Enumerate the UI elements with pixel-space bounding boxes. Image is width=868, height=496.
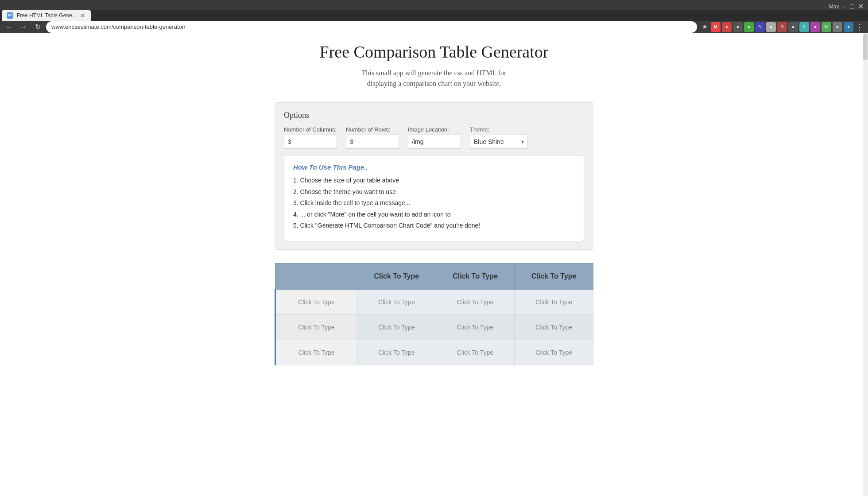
row-2-col-3[interactable]: Click To Type bbox=[515, 314, 593, 340]
row-1-col-1[interactable]: Click To Type bbox=[357, 289, 436, 314]
tab-favicon: EE bbox=[7, 12, 13, 19]
theme-field-group: Theme: Blue Shine Red Green Gray Dark bbox=[470, 126, 527, 149]
instructions-list: 1. Choose the size of your table above 2… bbox=[293, 176, 575, 230]
table-row: Click To Type Click To Type Click To Typ… bbox=[275, 340, 593, 365]
theme-label: Theme: bbox=[470, 126, 527, 133]
header-empty bbox=[275, 263, 357, 289]
forward-button[interactable]: → bbox=[18, 21, 29, 33]
ext-icon-7[interactable]: N bbox=[777, 22, 787, 32]
columns-field-group: Number of Columns: bbox=[284, 126, 337, 149]
reload-button[interactable]: ↻ bbox=[32, 21, 43, 33]
image-location-input[interactable] bbox=[408, 135, 461, 149]
ext-icon-1[interactable]: M bbox=[711, 22, 721, 32]
row-2-col-2[interactable]: Click To Type bbox=[436, 314, 515, 340]
toolbar-icons: ★ M ● ● ● N ● N ● S ● W ● ● ⋮ bbox=[700, 22, 864, 32]
close-button[interactable]: ✕ bbox=[858, 2, 864, 11]
page-wrapper: Free Comparison Table Generator This sma… bbox=[0, 33, 868, 496]
ext-icon-2[interactable]: ● bbox=[722, 22, 732, 32]
table-row: Click To Type Click To Type Click To Typ… bbox=[275, 314, 593, 340]
rows-field-group: Number of Rows: bbox=[346, 126, 399, 149]
table-row: Click To Type Click To Type Click To Typ… bbox=[275, 289, 593, 314]
instructions-box: How To Use This Page.. 1. Choose the siz… bbox=[284, 155, 584, 241]
table-header-col-1[interactable]: Click To Type bbox=[357, 263, 436, 289]
theme-select-wrap: Blue Shine Red Green Gray Dark bbox=[470, 135, 527, 149]
browser-toolbar: ← → ↻ ★ M ● ● ● N ● N ● S ● W ● ● ⋮ bbox=[0, 21, 868, 34]
table-header-row: Click To Type Click To Type Click To Typ… bbox=[275, 263, 593, 289]
row-1-label[interactable]: Click To Type bbox=[275, 289, 357, 314]
rows-label: Number of Rows: bbox=[346, 126, 399, 133]
row-3-col-2[interactable]: Click To Type bbox=[436, 340, 515, 365]
ext-icon-5[interactable]: N bbox=[755, 22, 765, 32]
ext-icon-6[interactable]: ● bbox=[766, 22, 776, 32]
ext-icon-9[interactable]: S bbox=[799, 22, 809, 32]
row-3-col-3[interactable]: Click To Type bbox=[515, 340, 593, 365]
menu-dots-icon[interactable]: ⋮ bbox=[855, 22, 864, 32]
options-panel: Options Number of Columns: Number of Row… bbox=[275, 102, 593, 250]
tab-title: Free HTML Table Gene... bbox=[17, 12, 77, 19]
scrollbar-track[interactable] bbox=[863, 33, 868, 496]
image-location-field-group: Image Location: bbox=[408, 126, 461, 149]
ext-icon-8[interactable]: ● bbox=[788, 22, 798, 32]
ext-icon-3[interactable]: ● bbox=[733, 22, 743, 32]
browser-titlebar: Max – □ ✕ bbox=[0, 0, 868, 10]
page-subtitle: This small app will generate the css and… bbox=[275, 68, 593, 89]
username-label: Max bbox=[829, 4, 839, 10]
theme-select[interactable]: Blue Shine Red Green Gray Dark bbox=[470, 135, 527, 149]
page-content: Free Comparison Table Generator This sma… bbox=[266, 42, 602, 365]
table-header-col-3[interactable]: Click To Type bbox=[515, 263, 593, 289]
row-1-col-2[interactable]: Click To Type bbox=[436, 289, 515, 314]
scrollbar-thumb[interactable] bbox=[863, 34, 868, 60]
columns-input-wrap bbox=[284, 135, 337, 149]
browser-tab[interactable]: EE Free HTML Table Gene... ✕ bbox=[2, 10, 91, 21]
bookmark-star-icon[interactable]: ★ bbox=[700, 22, 709, 32]
instruction-step-5: 5. Click "Generate HTML Comparison Chart… bbox=[293, 221, 575, 230]
row-1-col-3[interactable]: Click To Type bbox=[515, 289, 593, 314]
ext-icon-4[interactable]: ● bbox=[744, 22, 754, 32]
window-controls: Max – □ ✕ bbox=[829, 2, 864, 11]
table-header-col-2[interactable]: Click To Type bbox=[436, 263, 515, 289]
instruction-step-3: 3. Click inside the cell to type a messa… bbox=[293, 199, 575, 208]
browser-chrome: Max – □ ✕ EE Free HTML Table Gene... ✕ ←… bbox=[0, 0, 868, 33]
rows-input[interactable] bbox=[346, 135, 399, 149]
ext-icon-10[interactable]: ● bbox=[810, 22, 820, 32]
instruction-step-4: 4. ... or click "More" on the cell you w… bbox=[293, 210, 575, 219]
instructions-title: How To Use This Page.. bbox=[293, 163, 575, 171]
instruction-step-1: 1. Choose the size of your table above bbox=[293, 176, 575, 185]
comparison-table: Click To Type Click To Type Click To Typ… bbox=[275, 263, 593, 365]
row-3-col-1[interactable]: Click To Type bbox=[357, 340, 436, 365]
tab-close-icon[interactable]: ✕ bbox=[80, 12, 85, 19]
columns-input[interactable] bbox=[284, 135, 337, 149]
ext-icon-12[interactable]: ● bbox=[833, 22, 842, 32]
table-container: Click To Type Click To Type Click To Typ… bbox=[275, 263, 593, 365]
tab-bar: EE Free HTML Table Gene... ✕ bbox=[0, 10, 868, 21]
minimize-button[interactable]: – bbox=[842, 3, 846, 11]
row-2-col-1[interactable]: Click To Type bbox=[357, 314, 436, 340]
back-button[interactable]: ← bbox=[4, 21, 15, 33]
ext-icon-11[interactable]: W bbox=[822, 22, 831, 32]
page-title: Free Comparison Table Generator bbox=[275, 42, 593, 62]
ext-icon-13[interactable]: ● bbox=[844, 22, 853, 32]
row-3-label[interactable]: Click To Type bbox=[275, 340, 357, 365]
columns-label: Number of Columns: bbox=[284, 126, 337, 133]
image-location-label: Image Location: bbox=[408, 126, 461, 133]
address-bar[interactable] bbox=[46, 21, 697, 33]
instruction-step-2: 2. Choose the theme you want to use bbox=[293, 188, 575, 197]
maximize-button[interactable]: □ bbox=[850, 3, 854, 11]
options-fields: Number of Columns: Number of Rows: Image… bbox=[284, 126, 584, 149]
table-body: Click To Type Click To Type Click To Typ… bbox=[275, 289, 593, 365]
options-title: Options bbox=[284, 111, 584, 120]
row-2-label[interactable]: Click To Type bbox=[275, 314, 357, 340]
